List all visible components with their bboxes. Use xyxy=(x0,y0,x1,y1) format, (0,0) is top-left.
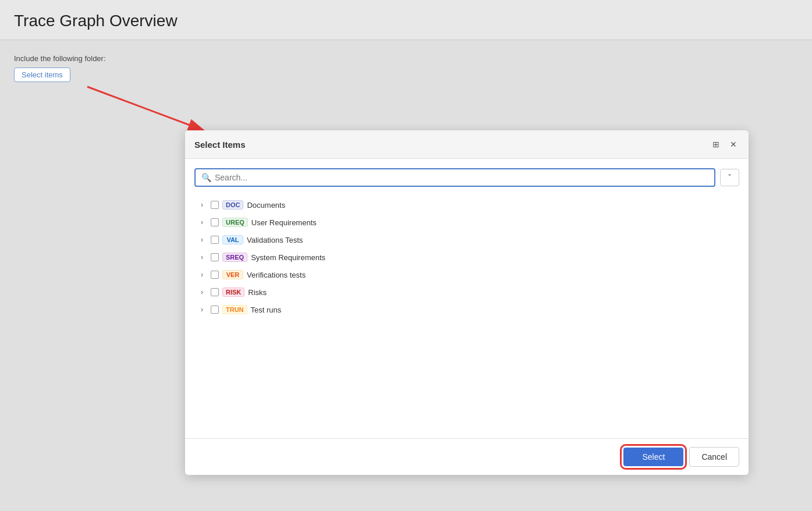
item-checkbox[interactable] xyxy=(211,201,219,209)
list-item[interactable]: › RISK Risks xyxy=(194,283,739,301)
item-checkbox[interactable] xyxy=(211,236,219,244)
chevron-right-icon[interactable]: › xyxy=(197,253,207,261)
list-item[interactable]: › DOC Documents xyxy=(194,196,739,214)
svg-line-1 xyxy=(87,87,204,130)
chevron-right-icon[interactable]: › xyxy=(197,218,207,226)
search-input[interactable] xyxy=(215,173,708,182)
search-icon: 🔍 xyxy=(201,173,211,182)
list-item[interactable]: › VER Verifications tests xyxy=(194,266,739,283)
search-row: 🔍 ˅ xyxy=(194,168,739,187)
item-tag: VER xyxy=(222,270,243,279)
item-label: Validations Tests xyxy=(247,236,303,244)
search-box: 🔍 xyxy=(194,168,715,187)
modal-header-actions: ⊞ ✕ xyxy=(710,139,739,150)
item-tag: TRUN xyxy=(222,305,247,314)
chevron-right-icon[interactable]: › xyxy=(197,288,207,296)
page-title: Trace Graph Overview xyxy=(0,0,812,40)
item-label: Documents xyxy=(247,201,285,210)
close-icon: ✕ xyxy=(730,140,737,149)
item-label: System Requirements xyxy=(251,253,325,262)
include-label: Include the following folder: xyxy=(14,54,798,63)
modal-header: Select Items ⊞ ✕ xyxy=(185,130,749,159)
select-button[interactable]: Select xyxy=(623,448,683,466)
expand-modal-button[interactable]: ⊞ xyxy=(710,139,722,150)
list-item[interactable]: › SREQ System Requirements xyxy=(194,249,739,266)
modal-title: Select Items xyxy=(194,140,246,150)
item-checkbox[interactable] xyxy=(211,306,219,314)
close-modal-button[interactable]: ✕ xyxy=(728,139,739,150)
modal-body: 🔍 ˅ › DOC Documents › UREQ User Requirem… xyxy=(185,159,749,438)
dropdown-button[interactable]: ˅ xyxy=(720,169,739,186)
list-item[interactable]: › TRUN Test runs xyxy=(194,301,739,318)
item-checkbox[interactable] xyxy=(211,218,219,226)
item-label: User Requirements xyxy=(251,218,317,227)
list-item[interactable]: › UREQ User Requirements xyxy=(194,214,739,231)
list-item[interactable]: › VAL Validations Tests xyxy=(194,231,739,249)
select-items-button[interactable]: Select items xyxy=(14,68,70,82)
item-tag: SREQ xyxy=(222,253,247,262)
chevron-down-icon: ˅ xyxy=(728,173,732,182)
chevron-right-icon[interactable]: › xyxy=(197,236,207,244)
tree-list: › DOC Documents › UREQ User Requirements… xyxy=(194,196,739,318)
modal-footer: Select Cancel xyxy=(185,438,749,475)
item-tag: UREQ xyxy=(222,218,248,227)
item-checkbox[interactable] xyxy=(211,271,219,279)
select-items-modal: Select Items ⊞ ✕ 🔍 ˅ xyxy=(185,130,749,475)
item-tag: RISK xyxy=(222,288,244,297)
chevron-right-icon[interactable]: › xyxy=(197,306,207,314)
expand-icon: ⊞ xyxy=(712,140,719,149)
item-tag: VAL xyxy=(222,235,243,244)
cancel-button[interactable]: Cancel xyxy=(689,447,739,467)
item-checkbox[interactable] xyxy=(211,253,219,261)
item-checkbox[interactable] xyxy=(211,288,219,296)
chevron-right-icon[interactable]: › xyxy=(197,271,207,279)
item-label: Test runs xyxy=(251,306,282,314)
item-label: Verifications tests xyxy=(247,271,306,279)
item-label: Risks xyxy=(248,288,267,297)
item-tag: DOC xyxy=(222,200,243,210)
chevron-right-icon[interactable]: › xyxy=(197,201,207,209)
